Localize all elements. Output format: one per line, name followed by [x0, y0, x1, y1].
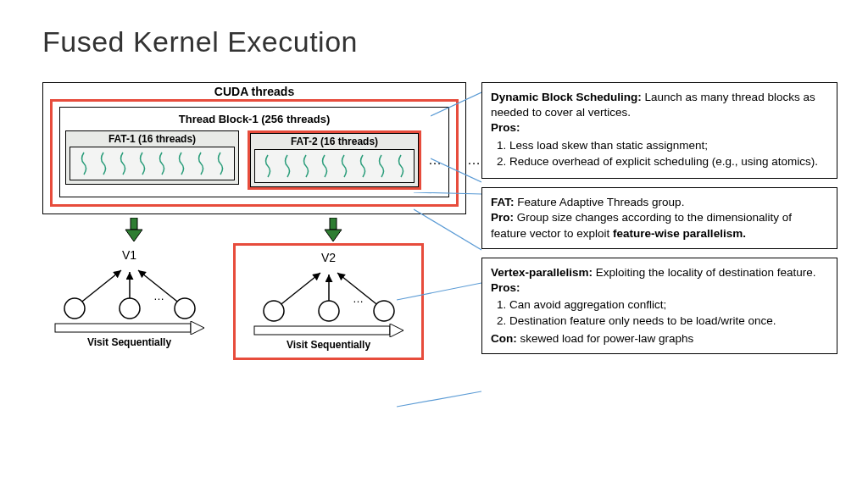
cuda-threads-box: CUDA threads Thread Block-1 (256 threads…	[42, 82, 466, 214]
thread-wave-icon	[214, 151, 227, 176]
v1-seq-label: Visit Sequentially	[87, 336, 171, 348]
svg-rect-17	[254, 326, 390, 335]
thread-wave-icon	[77, 151, 91, 176]
svg-point-6	[120, 298, 140, 319]
fat-2-label: FAT-2 (16 threads)	[254, 136, 415, 147]
fat-2-threads	[254, 149, 415, 183]
box3-pro2: Destination feature only needs to be loa…	[509, 313, 828, 329]
block-ellipsis: …	[467, 152, 482, 168]
fat-ellipsis: …	[428, 152, 442, 168]
slide-title: Fused Kernel Execution	[42, 25, 860, 58]
box1-pro2: Reduce overhead of explicit scheduling (…	[509, 154, 828, 169]
down-arrow-icon	[124, 218, 144, 243]
thread-wave-icon	[318, 153, 331, 179]
sequential-arrow-icon	[253, 324, 405, 337]
thread-block-box: Thread Block-1 (256 threads) FAT-1 (16 t…	[59, 107, 449, 197]
thread-wave-icon	[136, 151, 149, 176]
sequential-arrow-icon	[53, 321, 206, 335]
box1-heading: Dynamic Block Scheduling:	[491, 91, 642, 103]
box3-heading: Vertex-parallelism:	[491, 266, 593, 279]
svg-line-2	[79, 270, 121, 304]
svg-point-13	[264, 301, 284, 321]
box1-pros-label: Pros:	[491, 121, 520, 134]
svg-line-10	[278, 273, 320, 307]
thread-wave-icon	[175, 151, 188, 176]
thread-wave-icon	[194, 151, 208, 176]
box2-pro-label: Pro:	[491, 211, 514, 224]
thread-block-highlight: Thread Block-1 (256 threads) FAT-1 (16 t…	[50, 99, 459, 207]
fat-2-highlight: FAT-2 (16 threads)	[248, 130, 421, 190]
down-arrow-icon	[323, 218, 343, 243]
diagram-column: CUDA threads Thread Block-1 (256 threads…	[42, 82, 466, 360]
fat-1-label: FAT-1 (16 threads)	[70, 133, 235, 145]
arrows-row	[42, 218, 466, 243]
content-area: CUDA threads Thread Block-1 (256 threads…	[42, 82, 860, 360]
fat-row: FAT-1 (16 threads)	[65, 130, 443, 190]
thread-wave-icon	[299, 153, 313, 179]
box2-heading: FAT:	[491, 196, 515, 208]
box2-desc: Feature Adaptive Threads group.	[515, 196, 685, 208]
info-column: Dynamic Block Scheduling: Launch as many…	[481, 82, 837, 354]
info-box-scheduling: Dynamic Block Scheduling: Launch as many…	[481, 82, 837, 179]
thread-wave-icon	[394, 153, 408, 179]
box1-pro1: Less load skew than static assignment;	[509, 138, 828, 153]
fat-1-threads	[70, 147, 235, 180]
arrow-v1	[38, 218, 229, 243]
thread-wave-icon	[97, 151, 110, 176]
thread-wave-icon	[155, 151, 169, 176]
fat-1-box: FAT-1 (16 threads)	[65, 130, 239, 185]
v2-graph-icon: …	[244, 264, 414, 324]
fat-2-box: FAT-2 (16 threads)	[250, 133, 419, 187]
vertex-row: V1 … Visit Sequentially V2	[42, 243, 466, 360]
box3-pros-label: Pros:	[491, 281, 520, 294]
thread-block-label: Thread Block-1 (256 threads)	[65, 111, 443, 127]
v1-label: V1	[122, 248, 136, 262]
arrow-v2	[237, 218, 428, 243]
svg-point-14	[319, 301, 339, 321]
info-box-vertex: Vertex-parallelism: Exploiting the local…	[481, 258, 837, 354]
info-box-fat: FAT: Feature Adaptive Threads group. Pro…	[481, 187, 837, 249]
thread-wave-icon	[116, 151, 130, 176]
fat-1-wrap: FAT-1 (16 threads)	[65, 130, 239, 185]
box3-desc: Exploiting the locality of destination f…	[593, 266, 815, 279]
box2-emphasis: feature-wise parallelism.	[613, 227, 746, 240]
box3-pro1: Can avoid aggregation conflict;	[509, 297, 828, 313]
slide: Fused Kernel Execution CUDA threads Thre…	[0, 0, 868, 488]
svg-text:…: …	[153, 290, 164, 302]
svg-line-23	[397, 391, 481, 407]
svg-point-15	[374, 301, 394, 321]
svg-point-5	[64, 298, 85, 319]
thread-wave-icon	[261, 153, 275, 179]
thread-wave-icon	[356, 153, 370, 179]
box3-con-label: Con:	[491, 332, 517, 345]
thread-wave-icon	[375, 153, 388, 179]
v1-graph-icon: …	[45, 262, 214, 321]
v2-seq-label: Visit Sequentially	[287, 339, 370, 351]
box3-pros-list: Can avoid aggregation conflict; Destinat…	[491, 297, 828, 329]
svg-point-7	[175, 298, 195, 319]
box1-pros-list: Less load skew than static assignment; R…	[491, 138, 828, 169]
cuda-label: CUDA threads	[50, 83, 459, 100]
svg-text:…: …	[353, 292, 364, 305]
v1-block: V1 … Visit Sequentially	[34, 243, 225, 360]
v2-block-highlight: V2 … Visit Sequentially	[233, 243, 424, 360]
svg-rect-0	[131, 218, 137, 230]
box3-con-text: skewed load for power-law graphs	[517, 332, 694, 345]
thread-wave-icon	[337, 153, 351, 179]
svg-rect-1	[330, 218, 337, 230]
v2-label: V2	[321, 251, 336, 264]
svg-rect-9	[55, 324, 191, 332]
thread-wave-icon	[281, 153, 294, 179]
